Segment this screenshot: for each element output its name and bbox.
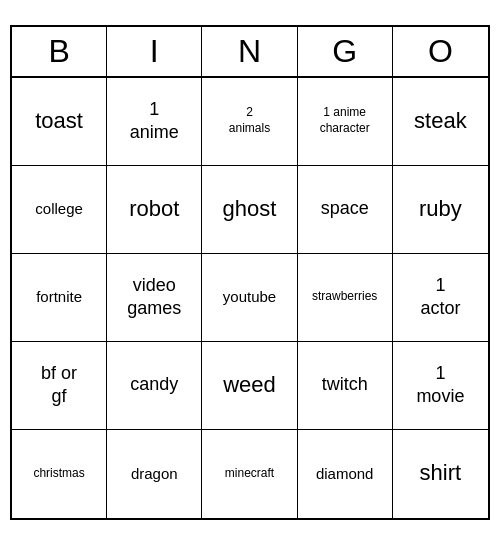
- bingo-cell-19[interactable]: 1 movie: [393, 342, 488, 430]
- bingo-cell-22[interactable]: minecraft: [202, 430, 297, 518]
- bingo-cell-13[interactable]: strawberries: [298, 254, 393, 342]
- bingo-cell-18[interactable]: twitch: [298, 342, 393, 430]
- bingo-cell-24[interactable]: shirt: [393, 430, 488, 518]
- bingo-cell-1[interactable]: 1 anime: [107, 78, 202, 166]
- bingo-cell-10[interactable]: fortnite: [12, 254, 107, 342]
- header-i: I: [107, 27, 202, 76]
- bingo-cell-5[interactable]: college: [12, 166, 107, 254]
- header-b: B: [12, 27, 107, 76]
- bingo-card: B I N G O toast1 anime2 animals1 anime c…: [10, 25, 490, 520]
- header-n: N: [202, 27, 297, 76]
- bingo-cell-11[interactable]: video games: [107, 254, 202, 342]
- bingo-cell-4[interactable]: steak: [393, 78, 488, 166]
- header-o: O: [393, 27, 488, 76]
- bingo-grid: toast1 anime2 animals1 anime characterst…: [12, 78, 488, 518]
- bingo-cell-20[interactable]: christmas: [12, 430, 107, 518]
- bingo-cell-6[interactable]: robot: [107, 166, 202, 254]
- bingo-cell-17[interactable]: weed: [202, 342, 297, 430]
- bingo-cell-2[interactable]: 2 animals: [202, 78, 297, 166]
- bingo-cell-21[interactable]: dragon: [107, 430, 202, 518]
- bingo-cell-12[interactable]: youtube: [202, 254, 297, 342]
- bingo-cell-8[interactable]: space: [298, 166, 393, 254]
- bingo-header: B I N G O: [12, 27, 488, 78]
- bingo-cell-7[interactable]: ghost: [202, 166, 297, 254]
- bingo-cell-23[interactable]: diamond: [298, 430, 393, 518]
- header-g: G: [298, 27, 393, 76]
- bingo-cell-15[interactable]: bf or gf: [12, 342, 107, 430]
- bingo-cell-16[interactable]: candy: [107, 342, 202, 430]
- bingo-cell-9[interactable]: ruby: [393, 166, 488, 254]
- bingo-cell-3[interactable]: 1 anime character: [298, 78, 393, 166]
- bingo-cell-0[interactable]: toast: [12, 78, 107, 166]
- bingo-cell-14[interactable]: 1 actor: [393, 254, 488, 342]
